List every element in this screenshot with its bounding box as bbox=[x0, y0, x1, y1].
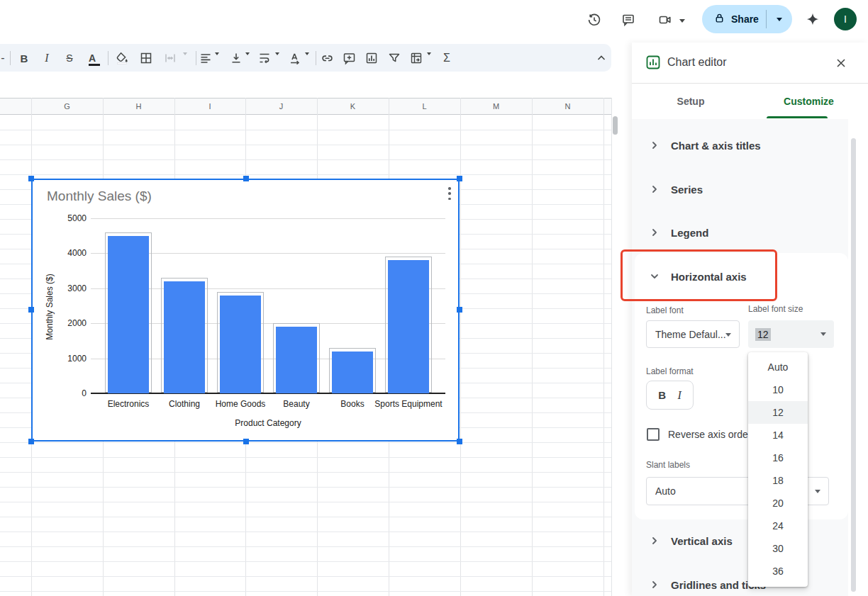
bold-button[interactable]: B bbox=[15, 49, 33, 67]
pivot-caret-icon[interactable] bbox=[427, 52, 431, 57]
section-vertical-axis[interactable]: Vertical axis bbox=[632, 527, 848, 555]
grid-hline bbox=[0, 517, 611, 517]
selection-handle[interactable] bbox=[243, 176, 249, 181]
selection-handle[interactable] bbox=[243, 439, 249, 444]
text-color-button[interactable]: A bbox=[83, 49, 101, 67]
text-wrap-button[interactable] bbox=[255, 49, 274, 67]
selection-handle[interactable] bbox=[28, 307, 34, 313]
merge-cells-button[interactable] bbox=[161, 49, 179, 67]
label-font-dropdown[interactable]: Theme Defaul... bbox=[646, 320, 740, 348]
borders-button[interactable] bbox=[137, 49, 155, 67]
column-header-L[interactable]: L bbox=[389, 98, 460, 115]
insert-chart-button[interactable] bbox=[362, 49, 381, 67]
column-header-H[interactable]: H bbox=[103, 98, 174, 115]
chevron-right-icon bbox=[650, 227, 660, 237]
horizontal-align-button[interactable] bbox=[196, 49, 215, 67]
column-header-K[interactable]: K bbox=[317, 98, 389, 115]
font-size-option-10[interactable]: 10 bbox=[748, 378, 808, 401]
text-rotation-button[interactable] bbox=[286, 49, 304, 67]
selection-handle[interactable] bbox=[457, 439, 462, 444]
selection-handle[interactable] bbox=[457, 176, 462, 181]
merge-caret-icon[interactable] bbox=[183, 52, 187, 57]
text-wrap-caret-icon[interactable] bbox=[275, 52, 279, 57]
share-main[interactable]: Share bbox=[702, 5, 766, 33]
font-size-option-14[interactable]: 14 bbox=[748, 424, 808, 446]
label-format-buttons: B I bbox=[646, 381, 694, 410]
fill-color-button[interactable] bbox=[113, 49, 131, 67]
chart-bar-Home Goods[interactable] bbox=[220, 296, 261, 393]
font-size-option-18[interactable]: 18 bbox=[748, 469, 808, 492]
font-size-option-20[interactable]: 20 bbox=[748, 492, 808, 515]
section-horizontal-axis[interactable]: Horizontal axis bbox=[635, 262, 848, 291]
meet-video-icon[interactable] bbox=[656, 11, 674, 29]
close-icon[interactable] bbox=[832, 54, 850, 72]
chart-bar-Clothing[interactable] bbox=[164, 281, 205, 393]
font-size-option-12[interactable]: 12 bbox=[748, 401, 808, 424]
comments-icon[interactable] bbox=[619, 11, 638, 29]
share-caret-icon[interactable] bbox=[767, 14, 792, 24]
grid-hline bbox=[0, 457, 611, 458]
chart-bar-Beauty[interactable] bbox=[276, 327, 317, 393]
strikethrough-button[interactable]: S bbox=[60, 49, 79, 67]
column-header-M[interactable]: M bbox=[460, 98, 532, 115]
section-legend[interactable]: Legend bbox=[632, 218, 848, 247]
functions-button[interactable]: Σ bbox=[438, 49, 456, 67]
gemini-sparkle-icon[interactable] bbox=[803, 11, 822, 29]
grid-hline bbox=[0, 532, 611, 532]
selection-handle[interactable] bbox=[457, 307, 462, 313]
avatar[interactable]: I bbox=[834, 8, 857, 30]
grid-hline bbox=[0, 591, 611, 592]
selection-handle[interactable] bbox=[28, 176, 34, 181]
meet-caret-icon[interactable] bbox=[679, 19, 685, 26]
label-font-label: Label font bbox=[646, 305, 684, 315]
tab-customize[interactable]: Customize bbox=[750, 84, 868, 118]
font-size-option-auto[interactable]: Auto bbox=[748, 356, 808, 378]
section-series[interactable]: Series bbox=[632, 175, 848, 203]
chevron-right-icon bbox=[650, 580, 660, 590]
pivot-table-button[interactable] bbox=[407, 49, 425, 67]
chart-bar-Books[interactable] bbox=[332, 352, 373, 393]
section-gridlines-and-ticks[interactable]: Gridlines and ticks bbox=[632, 570, 848, 596]
grid-hline bbox=[0, 442, 611, 443]
italic-button[interactable]: I bbox=[38, 49, 56, 67]
embedded-chart[interactable]: Monthly Sales ($) Monthly Sales ($) Prod… bbox=[31, 179, 460, 442]
version-history-icon[interactable] bbox=[585, 11, 603, 29]
y-tick-label: 3000 bbox=[52, 283, 87, 293]
column-header-I[interactable]: I bbox=[174, 98, 245, 115]
column-header-G[interactable]: G bbox=[31, 98, 103, 115]
font-size-option-16[interactable]: 16 bbox=[748, 446, 808, 469]
section-chart-axis-titles[interactable]: Chart & axis titles bbox=[632, 131, 848, 159]
collapse-toolbar-icon[interactable] bbox=[592, 49, 611, 67]
toolbar: - B I S A bbox=[0, 44, 611, 72]
grid-hline bbox=[0, 561, 611, 562]
font-size-option-24[interactable]: 24 bbox=[748, 515, 808, 537]
format-italic-button[interactable]: I bbox=[677, 389, 681, 402]
text-rotation-caret-icon[interactable] bbox=[305, 52, 309, 57]
label-font-size-input[interactable]: 12 bbox=[748, 320, 834, 348]
chart-title: Monthly Sales ($) bbox=[47, 189, 152, 204]
vertical-align-button[interactable] bbox=[227, 49, 245, 67]
panel-scrollbar-thumb[interactable] bbox=[851, 138, 856, 592]
chart-bar-Electronics[interactable] bbox=[108, 236, 149, 393]
share-button[interactable]: Share bbox=[702, 5, 792, 33]
vertical-align-caret-icon[interactable] bbox=[245, 52, 250, 57]
column-header-N[interactable]: N bbox=[532, 98, 603, 115]
horizontal-align-caret-icon[interactable] bbox=[215, 52, 219, 57]
column-header-J[interactable]: J bbox=[245, 98, 317, 115]
selection-handle[interactable] bbox=[28, 439, 34, 444]
y-tick-label: 5000 bbox=[52, 213, 87, 223]
insert-link-button[interactable] bbox=[318, 49, 336, 67]
reverse-axis-order-checkbox[interactable] bbox=[647, 428, 660, 441]
sheet-scrollbar-thumb[interactable] bbox=[613, 116, 618, 135]
format-bold-button[interactable]: B bbox=[658, 389, 666, 401]
chart-menu-icon[interactable] bbox=[444, 186, 455, 201]
create-filter-button[interactable] bbox=[385, 49, 404, 67]
font-size-option-30[interactable]: 30 bbox=[748, 537, 808, 560]
tab-setup[interactable]: Setup bbox=[632, 84, 750, 118]
chart-gridline bbox=[91, 218, 445, 219]
insert-comment-button[interactable] bbox=[340, 49, 358, 67]
column-header-partial[interactable] bbox=[0, 98, 31, 115]
grid-hline bbox=[0, 502, 611, 502]
font-size-option-36[interactable]: 36 bbox=[748, 560, 808, 583]
chart-bar-Sports Equipment[interactable] bbox=[388, 260, 429, 393]
